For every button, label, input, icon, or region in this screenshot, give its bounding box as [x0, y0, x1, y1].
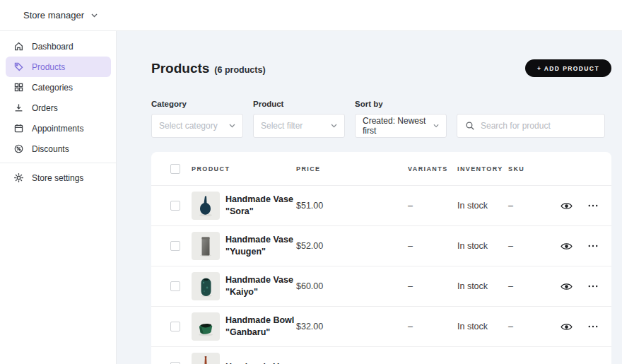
row-checkbox[interactable] — [170, 241, 180, 251]
product-thumbnail — [192, 272, 220, 300]
ellipsis-icon — [587, 240, 599, 252]
chevron-down-icon — [433, 124, 439, 128]
select-all-checkbox[interactable] — [170, 164, 180, 174]
product-price: $51.00 — [296, 201, 408, 211]
row-checkbox[interactable] — [170, 281, 180, 291]
product-thumbnail — [192, 232, 220, 260]
store-switcher-label: Store manager — [23, 10, 84, 20]
view-product-button[interactable] — [558, 278, 575, 295]
product-sku: – — [508, 281, 554, 291]
table-header-row: PRODUCT PRICE VARIANTS INVENTORY SKU — [151, 152, 611, 185]
row-checkbox[interactable] — [170, 322, 180, 331]
product-inventory: In stock — [457, 241, 508, 251]
table-row: Handmade Vase"Kaiyo" $60.00 – In stock – — [151, 266, 611, 306]
product-price: $32.00 — [296, 322, 408, 331]
view-product-button[interactable] — [558, 198, 575, 214]
column-header-price: PRICE — [296, 165, 408, 172]
grid-icon — [13, 82, 24, 93]
more-actions-button[interactable] — [586, 319, 600, 334]
table-row: Handmade Vase — [151, 346, 611, 364]
more-actions-button[interactable] — [586, 239, 600, 253]
table-row: Handmade Bowl"Ganbaru" $32.00 – In stock… — [151, 306, 611, 346]
sidebar-item-dashboard[interactable]: Dashboard — [6, 36, 111, 57]
product-inventory: In stock — [457, 281, 508, 291]
sidebar-item-store-settings[interactable]: Store settings — [6, 168, 111, 188]
product-title[interactable]: Handmade Bowl"Ganbaru" — [225, 315, 294, 339]
product-inventory: In stock — [457, 201, 508, 211]
more-actions-button[interactable] — [586, 199, 600, 213]
product-filter-select[interactable]: Select filter — [253, 114, 345, 138]
product-sku: – — [508, 241, 554, 251]
page-title: Products — [151, 61, 209, 76]
sidebar: Dashboard Products Categories Orders App… — [0, 31, 117, 364]
product-inventory: In stock — [457, 322, 508, 331]
ellipsis-icon — [587, 321, 599, 332]
product-title[interactable]: Handmade Vase"Yuugen" — [225, 234, 293, 258]
product-thumbnail — [192, 192, 220, 220]
product-title[interactable]: Handmade Vase"Kaiyo" — [225, 274, 293, 298]
row-checkbox[interactable] — [170, 201, 180, 211]
sort-select[interactable]: Created: Newest first — [355, 114, 447, 138]
sidebar-item-products[interactable]: Products — [6, 57, 111, 77]
sort-by-label: Sort by — [355, 100, 447, 108]
product-thumbnail — [192, 353, 220, 364]
product-price: $52.00 — [296, 241, 408, 251]
product-search[interactable] — [457, 114, 605, 138]
table-row: Handmade Vase"Yuugen" $52.00 – In stock … — [151, 225, 611, 266]
eye-icon — [560, 320, 573, 334]
filters-bar: Category Select category Product Select … — [151, 100, 611, 138]
eye-icon — [560, 280, 573, 293]
sidebar-item-categories[interactable]: Categories — [6, 77, 111, 98]
calendar-icon — [13, 123, 24, 134]
eye-icon — [560, 199, 573, 213]
home-icon — [13, 41, 24, 52]
search-input[interactable] — [481, 121, 597, 131]
product-sku: – — [508, 322, 554, 331]
sidebar-item-label: Orders — [32, 103, 58, 113]
gear-icon — [13, 172, 24, 183]
column-header-product: PRODUCT — [192, 165, 296, 172]
category-select-value: Select category — [159, 121, 218, 131]
sidebar-item-appointments[interactable]: Appointments — [6, 118, 111, 139]
product-title[interactable]: Handmade Vase"Sora" — [225, 194, 293, 218]
product-variants: – — [408, 322, 457, 331]
eye-icon — [560, 360, 573, 364]
topbar: Store manager — [0, 0, 622, 31]
product-price: $60.00 — [296, 281, 408, 291]
chevron-down-icon — [331, 124, 337, 128]
sidebar-item-discounts[interactable]: Discounts — [6, 139, 111, 159]
sidebar-item-label: Dashboard — [32, 42, 74, 52]
view-product-button[interactable] — [558, 238, 575, 254]
sidebar-item-orders[interactable]: Orders — [6, 98, 111, 118]
more-actions-button[interactable] — [586, 360, 600, 364]
column-header-variants: VARIANTS — [408, 165, 457, 172]
search-icon — [465, 121, 475, 131]
product-title[interactable]: Handmade Vase — [225, 361, 293, 364]
download-icon — [13, 102, 24, 113]
add-product-button[interactable]: + ADD PRODUCT — [525, 59, 611, 77]
product-filter-value: Select filter — [261, 121, 303, 131]
view-product-button[interactable] — [558, 319, 575, 335]
percent-icon — [13, 143, 24, 154]
product-sku: – — [508, 201, 554, 211]
tag-icon — [13, 61, 24, 72]
category-filter-label: Category — [151, 100, 243, 108]
ellipsis-icon — [587, 281, 599, 292]
column-header-sku: SKU — [508, 165, 554, 172]
product-thumbnail — [192, 312, 220, 341]
chevron-down-icon — [91, 13, 98, 18]
store-switcher[interactable]: Store manager — [23, 10, 98, 20]
ellipsis-icon — [587, 200, 599, 211]
view-product-button[interactable] — [558, 359, 575, 364]
product-filter-label: Product — [253, 100, 345, 108]
sidebar-item-label: Appointments — [32, 124, 83, 134]
product-variants: – — [408, 201, 457, 211]
more-actions-button[interactable] — [586, 279, 600, 293]
sidebar-divider — [0, 163, 116, 163]
product-variants: – — [408, 241, 457, 251]
product-variants: – — [408, 281, 457, 291]
sort-select-value: Created: Newest first — [363, 116, 433, 136]
eye-icon — [560, 240, 573, 253]
chevron-down-icon — [229, 124, 235, 128]
category-select[interactable]: Select category — [151, 114, 243, 138]
